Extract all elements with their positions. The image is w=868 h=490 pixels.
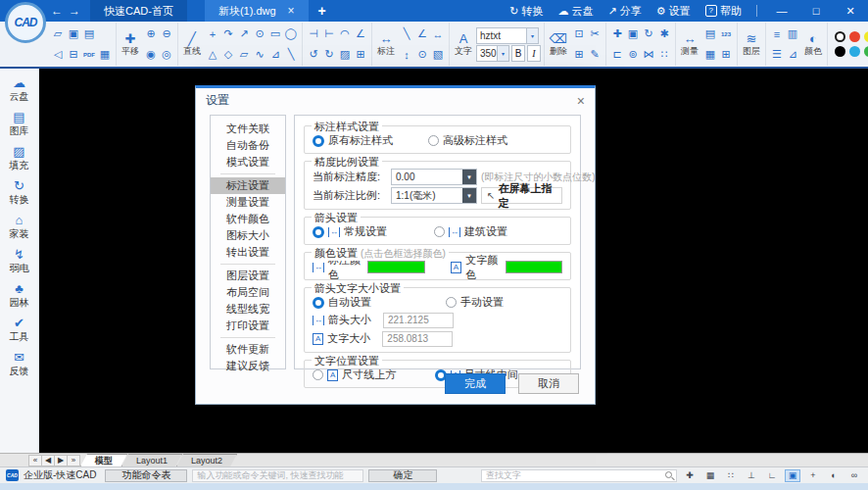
area-icon[interactable]: ▤ — [702, 24, 718, 44]
line-type-icon[interactable]: ☰ — [769, 45, 785, 65]
radio-manual-size[interactable]: 手动设置 — [446, 295, 504, 310]
mirror-icon[interactable]: ⋈ — [641, 45, 656, 65]
cloud-menu[interactable]: ☁云盘 — [557, 4, 593, 19]
dynamic-input-toggle-icon[interactable]: ▣ — [785, 469, 800, 482]
pdf-icon[interactable]: PDF — [81, 45, 97, 65]
sidebar-item-electrical[interactable]: ↯弱电 — [10, 248, 29, 273]
tab-home[interactable]: 快速CAD-首页 — [90, 0, 187, 22]
help-menu[interactable]: ?帮助 — [705, 4, 742, 19]
sidebar-item-hatch[interactable]: ▨填充 — [10, 145, 29, 171]
text-tool[interactable]: A 文字 — [453, 32, 474, 56]
menu-item-linetype[interactable]: 线型线宽 — [211, 301, 285, 318]
tab-close-icon[interactable]: × — [288, 4, 295, 18]
menu-item-update[interactable]: 软件更新 — [211, 341, 285, 358]
first-sheet-button[interactable]: « — [28, 455, 42, 466]
text-color-swatch[interactable] — [506, 261, 562, 273]
array-polar-icon[interactable]: ↺ — [306, 45, 321, 65]
save-as-icon[interactable]: ▤ — [81, 24, 97, 44]
swatch-white[interactable] — [835, 31, 845, 42]
array-icon[interactable]: ∷ — [656, 45, 672, 65]
menu-item-print[interactable]: 打印设置 — [211, 318, 285, 334]
base-point-icon[interactable]: ⊚ — [625, 45, 641, 65]
sidebar-item-cloud[interactable]: ☁云盘 — [10, 76, 29, 102]
aligned-dim-icon[interactable]: ╲ — [399, 24, 414, 44]
scale-icon[interactable]: ▣ — [625, 24, 641, 44]
radio-above-line[interactable]: A 尺寸线上方 — [313, 368, 396, 382]
minimize-button[interactable]: — — [772, 5, 792, 17]
linear-dim-icon[interactable]: ↔ — [430, 24, 446, 44]
new-tab-button[interactable]: + — [318, 3, 326, 19]
line-weight-icon[interactable]: ≡ — [769, 24, 785, 44]
ortho-toggle-icon[interactable]: ∟ — [764, 469, 780, 482]
tab-layout1[interactable]: Layout1 — [121, 454, 182, 466]
app-logo-icon[interactable]: CAD — [5, 2, 46, 43]
menu-item-dimension[interactable]: 标注设置 — [211, 177, 285, 194]
polygon-icon[interactable]: ◇ — [220, 45, 236, 65]
italic-button[interactable]: I — [527, 45, 541, 62]
array-path-icon[interactable]: ↻ — [321, 45, 337, 65]
layer-tool[interactable]: ≋ 图层 — [741, 32, 762, 56]
quick-dim-icon[interactable]: ▧ — [430, 45, 446, 65]
dialog-close-icon[interactable]: × — [577, 94, 585, 108]
paste-icon[interactable]: ⊞ — [571, 45, 587, 65]
zoom-extents-icon[interactable]: ◉ — [143, 45, 159, 65]
command-table-button[interactable]: 功能命令表 — [105, 469, 187, 482]
sidebar-item-home-decor[interactable]: ⌂家装 — [10, 214, 29, 239]
last-sheet-button[interactable]: » — [67, 455, 80, 466]
sidebar-item-garden[interactable]: ♣园林 — [10, 282, 29, 308]
prev-doc-icon[interactable]: ◁ — [50, 45, 66, 65]
radio-advanced-style[interactable]: 高级标注样式 — [428, 133, 507, 148]
polyline-icon[interactable]: ↗ — [236, 24, 252, 44]
dot-grid-toggle-icon[interactable]: ∷ — [723, 469, 739, 482]
prev-sheet-button[interactable]: ◀ — [41, 455, 55, 466]
maximize-button[interactable]: □ — [806, 5, 826, 17]
radio-original-style[interactable]: 原有标注样式 — [313, 133, 393, 148]
search-icon[interactable] — [662, 469, 676, 481]
tab-model[interactable]: 模型 — [80, 454, 127, 466]
zoom-window-icon[interactable]: ◎ — [159, 45, 174, 65]
block-icon[interactable]: ⊞ — [353, 45, 368, 65]
rotate-icon[interactable]: ↻ — [641, 24, 656, 44]
zoom-in-icon[interactable]: ⊕ — [143, 24, 159, 44]
radio-normal-arrow[interactable]: ↔ 常规设置 — [313, 224, 387, 239]
fillet-icon[interactable]: ◠ — [337, 24, 353, 44]
angular-dim-icon[interactable]: ∠ — [414, 24, 430, 44]
ellipse-icon[interactable]: ◯ — [283, 24, 299, 44]
crosshair-toggle-icon[interactable]: + — [805, 469, 821, 482]
measure-tool[interactable]: ↔ 测量 — [679, 32, 700, 56]
cancel-button[interactable]: 取消 — [518, 373, 579, 394]
confirm-button[interactable]: 确定 — [368, 469, 437, 482]
radio-arch-arrow[interactable]: ↔ 建筑设置 — [434, 224, 507, 239]
dim-color-swatch[interactable] — [367, 261, 424, 273]
grid-toggle-icon[interactable]: ▦ — [702, 469, 718, 482]
sidebar-item-gallery[interactable]: ▤图库 — [10, 111, 29, 136]
move-icon[interactable]: ✚ — [609, 24, 625, 44]
ordinate-dim-icon[interactable]: ↕ — [399, 45, 414, 65]
command-input[interactable] — [192, 469, 363, 482]
menu-item-layer[interactable]: 图层设置 — [211, 268, 285, 284]
scale-select[interactable]: 1:1(毫米) ▼ — [391, 187, 477, 204]
extend-icon[interactable]: ⊢ — [321, 24, 337, 44]
arc-icon[interactable]: ↷ — [220, 24, 236, 44]
delete-tool[interactable]: ⌫ 删除 — [548, 32, 569, 56]
cut-icon[interactable]: ✂ — [587, 24, 603, 44]
color-wheel-toggle-icon[interactable]: ◐ — [826, 469, 842, 482]
circle-icon[interactable]: ⊙ — [252, 24, 267, 44]
transparency-icon[interactable]: ▥ — [785, 24, 800, 44]
text-size-select[interactable]: 350 ▾ — [476, 45, 509, 62]
finish-button[interactable]: 完成 — [445, 373, 506, 394]
color-tool[interactable]: ◐ 颜色 — [802, 32, 824, 56]
pick-on-screen-button[interactable]: ↖ 在屏幕上指定 — [481, 187, 562, 204]
back-icon[interactable]: ← — [51, 4, 63, 18]
pan-tool[interactable]: ✚ 平移 — [120, 32, 141, 56]
trim-icon[interactable]: ⊣ — [306, 24, 321, 44]
menu-item-software-color[interactable]: 软件颜色 — [211, 211, 285, 227]
radio-auto-size[interactable]: 自动设置 — [313, 295, 371, 310]
menu-item-suggest[interactable]: 建议反馈 — [211, 358, 285, 374]
menu-item-mode[interactable]: 模式设置 — [211, 154, 285, 171]
print-icon[interactable]: ⊟ — [66, 45, 81, 65]
save-icon[interactable]: ▣ — [66, 24, 81, 44]
export-image-icon[interactable]: ▦ — [97, 45, 113, 65]
format-brush-icon[interactable]: ✎ — [587, 45, 603, 65]
table-icon[interactable]: ⊞ — [718, 45, 734, 65]
